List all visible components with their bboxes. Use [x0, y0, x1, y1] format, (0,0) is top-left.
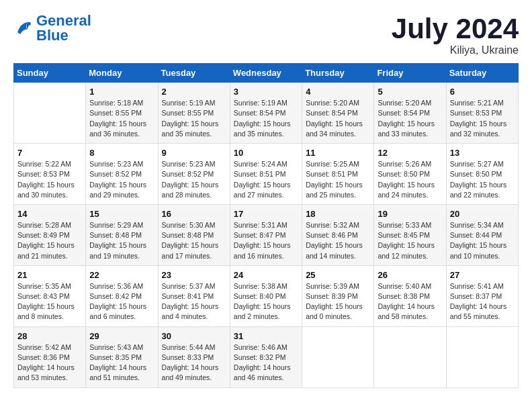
day-info: Sunrise: 5:31 AM Sunset: 8:47 PM Dayligh… — [234, 220, 298, 261]
day-info: Sunrise: 5:46 AM Sunset: 8:32 PM Dayligh… — [234, 342, 298, 383]
weekday-header: Sunday — [14, 64, 86, 83]
day-number: 26 — [378, 270, 442, 280]
day-info: Sunrise: 5:39 AM Sunset: 8:39 PM Dayligh… — [306, 281, 370, 322]
day-number: 27 — [450, 270, 515, 280]
day-info: Sunrise: 5:33 AM Sunset: 8:45 PM Dayligh… — [378, 220, 442, 261]
day-info: Sunrise: 5:42 AM Sunset: 8:36 PM Dayligh… — [17, 342, 82, 383]
day-number: 5 — [378, 87, 442, 97]
calendar-cell: 20Sunrise: 5:34 AM Sunset: 8:44 PM Dayli… — [446, 204, 518, 265]
calendar-cell: 6Sunrise: 5:21 AM Sunset: 8:53 PM Daylig… — [446, 83, 518, 144]
day-info: Sunrise: 5:38 AM Sunset: 8:40 PM Dayligh… — [234, 281, 298, 322]
day-info: Sunrise: 5:18 AM Sunset: 8:55 PM Dayligh… — [89, 98, 154, 139]
calendar-cell: 18Sunrise: 5:32 AM Sunset: 8:46 PM Dayli… — [302, 204, 374, 265]
day-number: 14 — [17, 209, 82, 219]
calendar-cell: 29Sunrise: 5:43 AM Sunset: 8:35 PM Dayli… — [86, 326, 158, 387]
calendar-cell: 4Sunrise: 5:20 AM Sunset: 8:54 PM Daylig… — [302, 83, 374, 144]
calendar-cell: 5Sunrise: 5:20 AM Sunset: 8:54 PM Daylig… — [374, 83, 446, 144]
day-number: 21 — [17, 270, 82, 280]
calendar-cell: 22Sunrise: 5:36 AM Sunset: 8:42 PM Dayli… — [86, 265, 158, 326]
title-block: July 2024 Kiliya, Ukraine — [392, 13, 519, 56]
calendar-cell: 12Sunrise: 5:26 AM Sunset: 8:50 PM Dayli… — [374, 144, 446, 205]
calendar-row: 14Sunrise: 5:28 AM Sunset: 8:49 PM Dayli… — [14, 204, 519, 265]
calendar-table: SundayMondayTuesdayWednesdayThursdayFrid… — [13, 63, 519, 387]
month-title: July 2024 — [392, 13, 519, 44]
day-number: 29 — [89, 331, 154, 341]
calendar-cell: 1Sunrise: 5:18 AM Sunset: 8:55 PM Daylig… — [86, 83, 158, 144]
logo-icon — [13, 18, 34, 38]
day-info: Sunrise: 5:24 AM Sunset: 8:51 PM Dayligh… — [234, 159, 298, 200]
day-info: Sunrise: 5:41 AM Sunset: 8:37 PM Dayligh… — [450, 281, 515, 322]
calendar-cell — [302, 326, 374, 387]
weekday-header: Friday — [374, 64, 446, 83]
day-info: Sunrise: 5:20 AM Sunset: 8:54 PM Dayligh… — [306, 98, 370, 139]
day-info: Sunrise: 5:25 AM Sunset: 8:51 PM Dayligh… — [306, 159, 370, 200]
day-number: 1 — [89, 87, 154, 97]
day-info: Sunrise: 5:44 AM Sunset: 8:33 PM Dayligh… — [162, 342, 226, 383]
calendar-cell: 17Sunrise: 5:31 AM Sunset: 8:47 PM Dayli… — [230, 204, 302, 265]
day-number: 9 — [162, 148, 226, 158]
logo: General Blue — [13, 13, 91, 43]
weekday-header: Wednesday — [230, 64, 302, 83]
calendar-cell: 15Sunrise: 5:29 AM Sunset: 8:48 PM Dayli… — [86, 204, 158, 265]
weekday-header: Thursday — [302, 64, 374, 83]
calendar-cell: 11Sunrise: 5:25 AM Sunset: 8:51 PM Dayli… — [302, 144, 374, 205]
day-number: 24 — [234, 270, 298, 280]
calendar-cell — [14, 83, 86, 144]
day-info: Sunrise: 5:29 AM Sunset: 8:48 PM Dayligh… — [89, 220, 154, 261]
calendar-cell: 16Sunrise: 5:30 AM Sunset: 8:48 PM Dayli… — [158, 204, 230, 265]
calendar-cell: 31Sunrise: 5:46 AM Sunset: 8:32 PM Dayli… — [230, 326, 302, 387]
day-number: 23 — [162, 270, 226, 280]
calendar-row: 1Sunrise: 5:18 AM Sunset: 8:55 PM Daylig… — [14, 83, 519, 144]
day-number: 4 — [306, 87, 370, 97]
calendar-cell: 30Sunrise: 5:44 AM Sunset: 8:33 PM Dayli… — [158, 326, 230, 387]
day-number: 6 — [450, 87, 515, 97]
calendar-cell: 14Sunrise: 5:28 AM Sunset: 8:49 PM Dayli… — [14, 204, 86, 265]
calendar-cell: 19Sunrise: 5:33 AM Sunset: 8:45 PM Dayli… — [374, 204, 446, 265]
calendar-cell: 3Sunrise: 5:19 AM Sunset: 8:54 PM Daylig… — [230, 83, 302, 144]
day-number: 22 — [89, 270, 154, 280]
header-row: SundayMondayTuesdayWednesdayThursdayFrid… — [14, 64, 519, 83]
day-info: Sunrise: 5:19 AM Sunset: 8:54 PM Dayligh… — [234, 98, 298, 139]
calendar-row: 21Sunrise: 5:35 AM Sunset: 8:43 PM Dayli… — [14, 265, 519, 326]
location-title: Kiliya, Ukraine — [392, 44, 519, 56]
calendar-cell — [374, 326, 446, 387]
day-number: 8 — [89, 148, 154, 158]
day-number: 13 — [450, 148, 515, 158]
day-info: Sunrise: 5:43 AM Sunset: 8:35 PM Dayligh… — [89, 342, 154, 383]
day-number: 25 — [306, 270, 370, 280]
day-info: Sunrise: 5:36 AM Sunset: 8:42 PM Dayligh… — [89, 281, 154, 322]
calendar-cell: 21Sunrise: 5:35 AM Sunset: 8:43 PM Dayli… — [14, 265, 86, 326]
day-info: Sunrise: 5:34 AM Sunset: 8:44 PM Dayligh… — [450, 220, 515, 261]
calendar-row: 28Sunrise: 5:42 AM Sunset: 8:36 PM Dayli… — [14, 326, 519, 387]
day-number: 7 — [17, 148, 82, 158]
day-number: 2 — [162, 87, 226, 97]
day-number: 3 — [234, 87, 298, 97]
calendar-cell — [446, 326, 518, 387]
calendar-cell: 9Sunrise: 5:23 AM Sunset: 8:52 PM Daylig… — [158, 144, 230, 205]
calendar-cell: 13Sunrise: 5:27 AM Sunset: 8:50 PM Dayli… — [446, 144, 518, 205]
day-info: Sunrise: 5:26 AM Sunset: 8:50 PM Dayligh… — [378, 159, 442, 200]
day-number: 12 — [378, 148, 442, 158]
day-info: Sunrise: 5:40 AM Sunset: 8:38 PM Dayligh… — [378, 281, 442, 322]
day-number: 20 — [450, 209, 515, 219]
day-info: Sunrise: 5:27 AM Sunset: 8:50 PM Dayligh… — [450, 159, 515, 200]
day-info: Sunrise: 5:28 AM Sunset: 8:49 PM Dayligh… — [17, 220, 82, 261]
calendar-cell: 24Sunrise: 5:38 AM Sunset: 8:40 PM Dayli… — [230, 265, 302, 326]
day-info: Sunrise: 5:20 AM Sunset: 8:54 PM Dayligh… — [378, 98, 442, 139]
weekday-header: Monday — [86, 64, 158, 83]
day-info: Sunrise: 5:19 AM Sunset: 8:55 PM Dayligh… — [162, 98, 226, 139]
day-info: Sunrise: 5:35 AM Sunset: 8:43 PM Dayligh… — [17, 281, 82, 322]
day-number: 18 — [306, 209, 370, 219]
calendar-cell: 27Sunrise: 5:41 AM Sunset: 8:37 PM Dayli… — [446, 265, 518, 326]
logo-text: General Blue — [36, 13, 91, 43]
day-number: 10 — [234, 148, 298, 158]
day-info: Sunrise: 5:32 AM Sunset: 8:46 PM Dayligh… — [306, 220, 370, 261]
calendar-cell: 8Sunrise: 5:23 AM Sunset: 8:52 PM Daylig… — [86, 144, 158, 205]
day-number: 19 — [378, 209, 442, 219]
page-header: General Blue July 2024 Kiliya, Ukraine — [13, 13, 519, 56]
weekday-header: Tuesday — [158, 64, 230, 83]
day-info: Sunrise: 5:21 AM Sunset: 8:53 PM Dayligh… — [450, 98, 515, 139]
calendar-cell: 26Sunrise: 5:40 AM Sunset: 8:38 PM Dayli… — [374, 265, 446, 326]
day-number: 31 — [234, 331, 298, 341]
day-info: Sunrise: 5:22 AM Sunset: 8:53 PM Dayligh… — [17, 159, 82, 200]
